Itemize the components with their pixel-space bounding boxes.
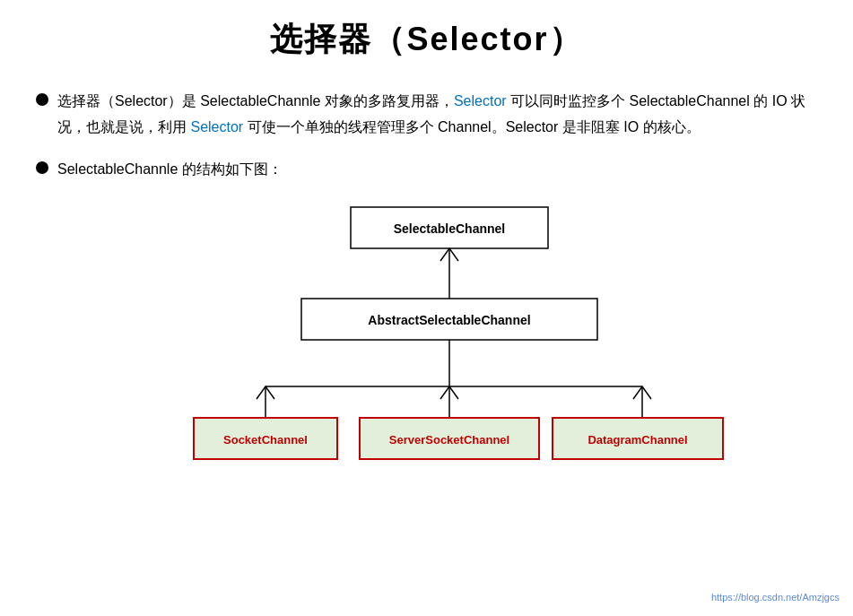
diagram-container: SelectableChannel AbstractSelectableChan… [36, 198, 817, 503]
bullet-text-2: SelectableChannle 的结构如下图： [57, 157, 283, 183]
bullet-dot-2 [36, 161, 48, 174]
watermark: https://blog.csdn.net/Amzjgcs [711, 592, 840, 603]
server-socket-channel-label: ServerSocketChannel [388, 433, 509, 447]
selectable-channel-label: SelectableChannel [393, 221, 505, 236]
class-diagram: SelectableChannel AbstractSelectableChan… [185, 198, 723, 503]
socket-channel-label: SocketChannel [223, 433, 308, 447]
blue-selector-2: Selector [190, 119, 243, 134]
bullet-text-1: 选择器（Selector）是 SelectableChannle 对象的多路复用… [57, 89, 817, 141]
datagram-channel-label: DatagramChannel [588, 433, 687, 447]
abstract-channel-label: AbstractSelectableChannel [368, 313, 530, 327]
bullet-2: SelectableChannle 的结构如下图： [36, 157, 817, 183]
bullet-dot-1 [36, 93, 48, 106]
bullet-1: 选择器（Selector）是 SelectableChannle 对象的多路复用… [36, 89, 817, 141]
page-title: 选择器（Selector） [36, 18, 817, 62]
blue-selector-1: Selector [454, 93, 507, 108]
